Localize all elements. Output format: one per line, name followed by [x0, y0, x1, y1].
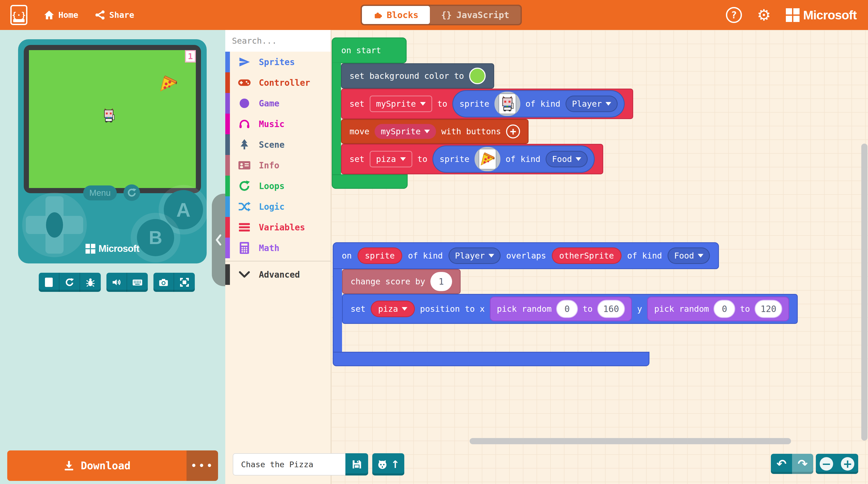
kind-dropdown-food[interactable]: Food — [546, 151, 588, 167]
of-kind-label: of kind — [627, 251, 662, 261]
block-on-start[interactable]: on start — [332, 37, 407, 63]
share-button[interactable]: Share — [95, 10, 134, 20]
random-max-field[interactable]: 160 — [597, 300, 625, 318]
sim-reset-button[interactable] — [123, 185, 140, 201]
github-icon — [377, 458, 389, 470]
dropdown-caret-icon — [424, 130, 430, 133]
toolbox-category-controller[interactable]: Controller — [225, 72, 331, 93]
github-button[interactable]: ↑ — [372, 453, 404, 476]
sprite-reporter-food[interactable]: sprite of kind Food — [432, 146, 595, 173]
toolbox-category-sprites[interactable]: Sprites — [225, 52, 331, 72]
toolbox-category-variables[interactable]: Variables — [225, 217, 331, 237]
block-on-overlaps[interactable]: on sprite of kind Player overlaps otherS… — [333, 242, 719, 269]
cat-sprite — [102, 107, 115, 124]
piza-dropdown[interactable]: piza — [371, 301, 415, 317]
fullscreen-button[interactable] — [174, 273, 195, 292]
pick-random-y[interactable]: pick random 0 to 120 — [647, 296, 789, 321]
simulator-panel: 1 — [0, 30, 225, 484]
javascript-tab-label: JavaScript — [457, 10, 509, 20]
sprite-image-card — [499, 94, 516, 114]
category-label: Sprites — [259, 57, 295, 67]
tab-blocks[interactable]: Blocks — [362, 6, 430, 24]
kind-dropdown-player[interactable]: Player — [448, 248, 501, 264]
screenshot-button[interactable] — [153, 273, 174, 292]
vertical-scrollbar[interactable] — [861, 143, 867, 441]
microsoft-wordmark: Microsoft — [803, 8, 857, 22]
random-min-field[interactable]: 0 — [556, 300, 578, 318]
undo-button[interactable]: ↶ — [771, 454, 792, 474]
zoom-out-button[interactable]: − — [816, 454, 837, 474]
toolbox-category-logic[interactable]: Logic — [225, 196, 331, 217]
toolbox-category-game[interactable]: Game — [225, 93, 331, 114]
dropdown-caret-icon — [606, 102, 611, 106]
sprite-reporter-player[interactable]: sprite of kind — [452, 90, 624, 118]
mysprite-dropdown[interactable]: mySprite — [370, 96, 432, 112]
category-stripe — [225, 217, 230, 237]
collapse-simulator-handle[interactable] — [212, 194, 225, 286]
debug-button[interactable] — [80, 273, 101, 292]
toolbox-category-music[interactable]: Music — [225, 114, 331, 134]
block-set-background-color[interactable]: set background color to — [341, 63, 494, 89]
score-value-field[interactable]: 1 — [430, 272, 452, 291]
variable-name: mySprite — [376, 99, 416, 109]
blocks-workspace[interactable]: on start set background color to set myS… — [331, 30, 868, 484]
horizontal-scrollbar[interactable] — [470, 438, 791, 444]
mute-button[interactable] — [106, 273, 127, 292]
piza-dropdown[interactable]: piza — [370, 151, 412, 167]
redo-button[interactable]: ↷ — [792, 454, 813, 474]
color-swatch-green[interactable] — [469, 68, 486, 84]
block-move-with-buttons[interactable]: move mySprite with buttons + — [341, 119, 529, 144]
kind-dropdown-food[interactable]: Food — [668, 248, 710, 264]
pick-random-label: pick random — [497, 304, 552, 314]
home-button[interactable]: Home — [44, 10, 78, 20]
arcade-logo-icon[interactable]: {·} — [10, 5, 27, 25]
block-set-piza[interactable]: set piza to sprite — [341, 144, 603, 174]
toolbox-advanced[interactable]: Advanced — [225, 263, 331, 286]
position-to-x-label: position to x — [420, 304, 485, 314]
settings-button[interactable]: ⚙ — [757, 7, 771, 23]
download-button[interactable]: Download — [7, 450, 187, 481]
kind-value: Player — [572, 99, 602, 109]
zoom-in-button[interactable]: + — [837, 454, 858, 474]
on-keyword: on — [342, 251, 352, 261]
fullscreen-icon — [180, 278, 189, 287]
toolbox-category-math[interactable]: Math — [225, 237, 331, 258]
project-name-input[interactable] — [233, 453, 345, 476]
download-options-button[interactable]: ••• — [187, 450, 218, 481]
kind-dropdown-player[interactable]: Player — [565, 96, 618, 112]
help-button[interactable]: ? — [726, 7, 742, 23]
pizza-sprite-thumbnail — [480, 151, 495, 167]
category-stripe — [225, 134, 230, 155]
project-name-group — [233, 453, 368, 476]
random-max-field[interactable]: 120 — [754, 300, 782, 318]
sprite-image-field[interactable] — [474, 147, 500, 171]
move-sprite-dropdown[interactable]: mySprite — [375, 124, 436, 139]
expand-plus-icon[interactable]: + — [506, 125, 520, 138]
category-stripe — [225, 196, 230, 217]
stop-button[interactable] — [39, 273, 59, 292]
dropdown-caret-icon — [576, 157, 581, 161]
toolbox-category-loops[interactable]: Loops — [225, 175, 331, 196]
block-set-mysprite[interactable]: set mySprite to sprite — [341, 89, 633, 119]
arg-label: otherSprite — [559, 251, 614, 261]
toolbox-category-info[interactable]: Info — [225, 155, 331, 175]
sprite-image-field[interactable] — [494, 92, 520, 116]
variable-name: mySprite — [381, 127, 421, 136]
to-keyword: to — [740, 304, 750, 314]
pick-random-x[interactable]: pick random 0 to 160 — [490, 296, 632, 321]
othersprite-arg-pill[interactable]: otherSprite — [552, 248, 622, 264]
keyboard-button[interactable] — [127, 273, 148, 292]
dpad-center[interactable] — [46, 212, 63, 237]
bug-icon — [86, 278, 95, 287]
block-set-position[interactable]: set piza position to x pick random 0 to … — [342, 294, 798, 324]
sprite-arg-pill[interactable]: sprite — [358, 248, 402, 264]
random-min-field[interactable]: 0 — [714, 300, 735, 318]
save-button[interactable] — [345, 453, 368, 476]
kind-value: Food — [552, 154, 572, 164]
block-change-score[interactable]: change score by 1 — [342, 269, 461, 294]
search-input[interactable] — [232, 36, 337, 46]
toolbox-category-scene[interactable]: Scene — [225, 134, 331, 155]
sim-menu-button[interactable]: Menu — [83, 186, 117, 200]
tab-javascript[interactable]: {} JavaScript — [430, 6, 521, 24]
restart-button[interactable] — [59, 273, 80, 292]
